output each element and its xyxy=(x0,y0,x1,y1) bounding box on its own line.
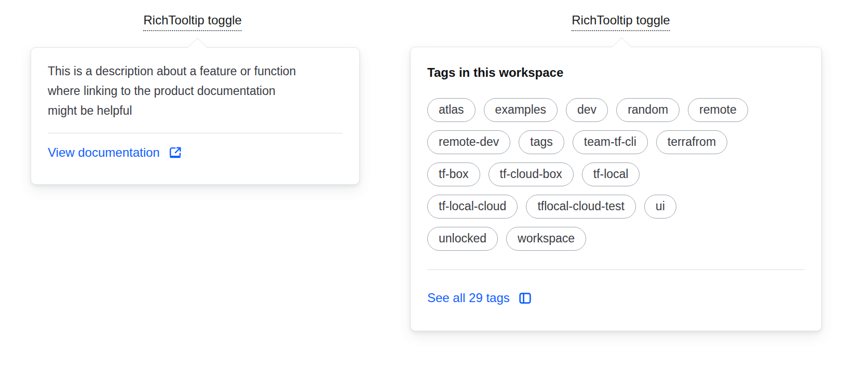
tag-pill: workspace xyxy=(506,227,586,251)
docs-link-icon xyxy=(167,145,183,161)
tag-row: tf-local-cloudtflocal-cloud-testui xyxy=(427,195,805,219)
sidebar-icon xyxy=(517,290,533,306)
tag-pill: ui xyxy=(644,195,676,219)
tag-pill: remote xyxy=(688,98,748,122)
tag-row: remote-devtagsteam-tf-cliterrafrom xyxy=(427,130,805,154)
tag-pill: terrafrom xyxy=(656,130,727,154)
tag-pill: tf-box xyxy=(427,162,480,186)
tag-pill: tflocal-cloud-test xyxy=(526,195,635,219)
tag-row: tf-boxtf-cloud-boxtf-local xyxy=(427,162,805,186)
divider xyxy=(427,269,805,270)
tag-pill: examples xyxy=(484,98,558,122)
tag-pill: team-tf-cli xyxy=(573,130,648,154)
view-documentation-link[interactable]: View documentation xyxy=(48,144,183,161)
tag-pill: tf-local-cloud xyxy=(427,195,518,219)
see-all-tags-link[interactable]: See all 29 tags xyxy=(427,290,533,306)
tag-pill: unlocked xyxy=(427,227,498,251)
tags-container: atlasexamplesdevrandomremoteremote-devta… xyxy=(427,98,805,251)
view-documentation-label: View documentation xyxy=(48,144,160,161)
tag-pill: remote-dev xyxy=(427,130,510,154)
tag-pill: tags xyxy=(519,130,564,154)
tag-pill: tf-cloud-box xyxy=(489,162,574,186)
tooltip-panel-documentation: This is a description about a feature or… xyxy=(31,47,360,185)
tag-pill: random xyxy=(616,98,680,122)
tag-row: unlockedworkspace xyxy=(427,227,805,251)
tag-pill: dev xyxy=(566,98,608,122)
see-all-tags-label: See all 29 tags xyxy=(427,290,510,306)
tooltip-description: This is a description about a feature or… xyxy=(48,61,303,120)
tag-pill: atlas xyxy=(427,98,476,122)
tag-pill: tf-local xyxy=(582,162,640,186)
tag-row: atlasexamplesdevrandomremote xyxy=(427,98,805,122)
richtooltip-toggle-left[interactable]: RichTooltip toggle xyxy=(143,12,241,31)
richtooltip-toggle-right[interactable]: RichTooltip toggle xyxy=(572,12,670,31)
tooltip-panel-tags: Tags in this workspace atlasexamplesdevr… xyxy=(410,47,822,331)
divider xyxy=(48,133,343,133)
tags-heading: Tags in this workspace xyxy=(427,65,805,80)
